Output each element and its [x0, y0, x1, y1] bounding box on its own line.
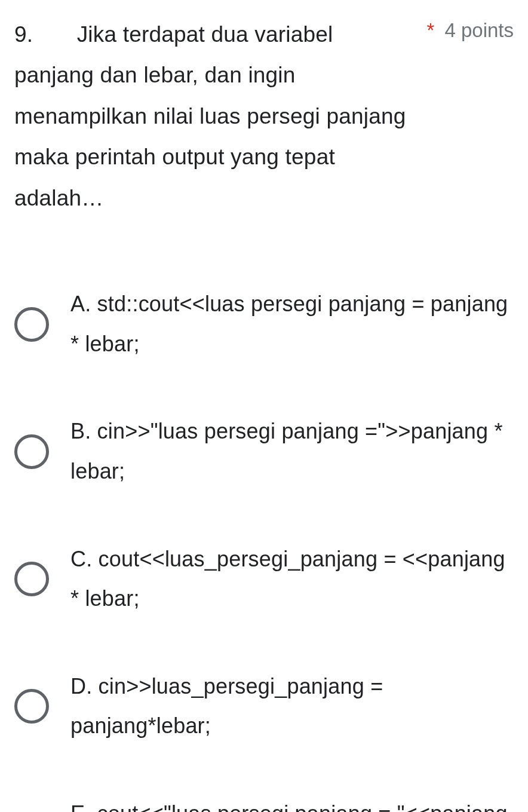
- option-d[interactable]: D. cin>>luas_persegi_panjang = panjang*l…: [14, 643, 514, 770]
- required-asterisk: *: [426, 19, 434, 41]
- option-b[interactable]: B. cin>>"luas persegi panjang =">>panjan…: [14, 388, 514, 515]
- points-container: * 4 points: [426, 14, 514, 42]
- radio-icon[interactable]: [14, 689, 49, 724]
- option-label: B. cin>>"luas persegi panjang =">>panjan…: [70, 412, 514, 491]
- option-a[interactable]: A. std::cout<<luas persegi panjang = pan…: [14, 261, 514, 388]
- option-label: D. cin>>luas_persegi_panjang = panjang*l…: [70, 667, 514, 746]
- question-text: 9. Jika terdapat dua variabel panjang da…: [14, 14, 426, 219]
- option-c[interactable]: C. cout<<luas_persegi_panjang = <<panjan…: [14, 516, 514, 643]
- question-body: Jika terdapat dua variabel panjang dan l…: [14, 22, 406, 210]
- option-label: E. cout<<"luas persegi panjang = "<<panj…: [70, 794, 514, 812]
- question-number: 9.: [14, 22, 33, 47]
- radio-icon[interactable]: [14, 434, 49, 469]
- option-label: A. std::cout<<luas persegi panjang = pan…: [70, 284, 514, 364]
- option-e[interactable]: E. cout<<"luas persegi panjang = "<<panj…: [14, 770, 514, 812]
- option-label: C. cout<<luas_persegi_panjang = <<panjan…: [70, 540, 514, 619]
- points-label: 4 points: [444, 19, 514, 41]
- radio-icon[interactable]: [14, 562, 49, 596]
- options-list: A. std::cout<<luas persegi panjang = pan…: [14, 261, 514, 812]
- question-header: 9. Jika terdapat dua variabel panjang da…: [14, 14, 514, 219]
- radio-icon[interactable]: [14, 307, 49, 342]
